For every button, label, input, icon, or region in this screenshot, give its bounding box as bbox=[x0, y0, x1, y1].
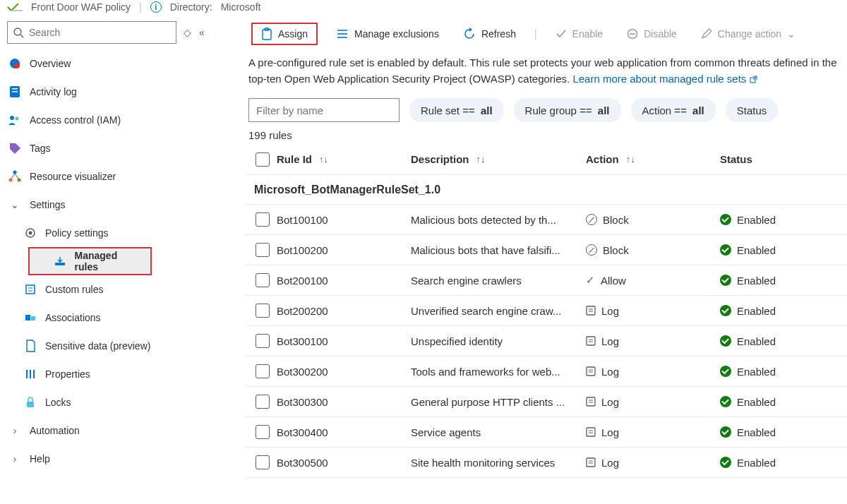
cell-description: Tools and frameworks for web... bbox=[411, 366, 586, 378]
row-checkbox[interactable] bbox=[256, 304, 270, 318]
lock-icon bbox=[24, 397, 37, 408]
column-label: Status bbox=[720, 153, 752, 165]
rule-group-header[interactable]: Microsoft_BotManagerRuleSet_1.0 bbox=[246, 175, 847, 205]
info-icon[interactable]: i bbox=[150, 1, 162, 13]
cell-rule-id: Bot200100 bbox=[277, 275, 411, 287]
column-status[interactable]: Status bbox=[720, 153, 844, 165]
rules-count: 199 rules bbox=[246, 125, 847, 144]
row-checkbox[interactable] bbox=[256, 334, 270, 348]
cell-action: Log bbox=[586, 335, 720, 347]
svg-point-9 bbox=[16, 117, 19, 121]
gear-icon bbox=[24, 227, 37, 239]
sidebar-item-tags[interactable]: Tags bbox=[0, 134, 240, 162]
enabled-icon bbox=[720, 457, 731, 468]
row-checkbox[interactable] bbox=[256, 273, 270, 287]
row-checkbox[interactable] bbox=[256, 364, 270, 378]
table-row[interactable]: Bot300500Site health monitoring services… bbox=[246, 448, 847, 478]
table-row[interactable]: Bot200200Unverified search engine craw..… bbox=[246, 296, 847, 326]
row-checkbox[interactable] bbox=[256, 455, 270, 469]
table-row[interactable]: Bot300400Service agentsLogEnabled bbox=[246, 417, 847, 448]
svg-line-2 bbox=[20, 35, 23, 37]
svg-rect-38 bbox=[587, 337, 595, 345]
column-rule-id[interactable]: Rule Id↑↓ bbox=[277, 153, 411, 165]
managed-rules-icon bbox=[54, 256, 66, 267]
filter-status[interactable]: Status bbox=[726, 98, 779, 122]
column-label: Description bbox=[411, 153, 469, 165]
sidebar-item-properties[interactable]: Properties bbox=[0, 360, 240, 388]
sidebar-group-help[interactable]: › Help bbox=[0, 445, 240, 473]
filter-rule-set[interactable]: Rule set == all bbox=[409, 98, 504, 122]
cell-description: Malicious bots detected by th... bbox=[411, 214, 586, 226]
row-checkbox[interactable] bbox=[256, 425, 270, 439]
cell-rule-id: Bot200200 bbox=[277, 305, 411, 317]
external-link-icon bbox=[750, 76, 757, 83]
sidebar-item-custom-rules[interactable]: Custom rules bbox=[0, 275, 240, 304]
table-row[interactable]: Bot100200Malicious bots that have falsif… bbox=[246, 235, 847, 265]
sidebar-item-activity-log[interactable]: Activity log bbox=[0, 78, 240, 106]
row-checkbox[interactable] bbox=[256, 243, 270, 257]
resource-type-label: Front Door WAF policy bbox=[31, 1, 131, 13]
row-checkbox[interactable] bbox=[256, 395, 270, 409]
cell-status: Enabled bbox=[720, 426, 844, 438]
table-row[interactable]: Bot300300General purpose HTTP clients ..… bbox=[246, 387, 847, 417]
toolbar: Assign Manage exclusions Refresh | Enabl… bbox=[246, 17, 847, 52]
column-description[interactable]: Description↑↓ bbox=[411, 153, 586, 165]
svg-rect-17 bbox=[55, 263, 65, 265]
filter-by-name-input[interactable] bbox=[248, 98, 400, 122]
collapse-sidebar-icon[interactable]: « bbox=[199, 27, 205, 38]
pill-label: Rule set == bbox=[421, 104, 475, 116]
sidebar-item-policy-settings[interactable]: Policy settings bbox=[0, 219, 240, 247]
allow-icon: ✓ bbox=[586, 274, 595, 287]
check-icon bbox=[555, 29, 567, 39]
svg-line-13 bbox=[11, 174, 15, 179]
assign-button[interactable]: Assign bbox=[251, 23, 318, 45]
disable-button: Disable bbox=[621, 23, 683, 45]
sidebar-item-managed-rules[interactable]: Managed rules bbox=[28, 247, 152, 275]
cell-description: General purpose HTTP clients ... bbox=[411, 396, 586, 408]
expand-icon[interactable]: ◇ bbox=[184, 27, 192, 38]
svg-rect-27 bbox=[263, 30, 271, 40]
change-action-button: Change action ⌄ bbox=[695, 23, 801, 45]
sort-icon: ↑↓ bbox=[626, 154, 635, 164]
row-checkbox[interactable] bbox=[256, 212, 270, 227]
sidebar-item-overview[interactable]: Overview bbox=[0, 49, 240, 78]
cell-rule-id: Bot300500 bbox=[277, 457, 411, 469]
select-all-checkbox[interactable] bbox=[256, 152, 270, 167]
svg-rect-35 bbox=[587, 306, 595, 315]
filter-action[interactable]: Action == all bbox=[631, 98, 716, 122]
log-icon bbox=[586, 427, 596, 437]
sidebar-search[interactable] bbox=[7, 21, 176, 44]
cell-action: Block bbox=[586, 214, 720, 226]
table-row[interactable]: Bot300100Unspecified identityLogEnabled bbox=[246, 326, 847, 356]
search-input[interactable] bbox=[29, 27, 170, 38]
learn-more-link[interactable]: Learn more about managed rule sets bbox=[572, 73, 757, 85]
sidebar-item-locks[interactable]: Locks bbox=[0, 388, 240, 416]
table-row[interactable]: Bot300200Tools and frameworks for web...… bbox=[246, 356, 847, 387]
cell-description: Unverified search engine craw... bbox=[411, 305, 586, 317]
sidebar-item-visualizer[interactable]: Resource visualizer bbox=[0, 162, 240, 191]
filter-rule-group[interactable]: Rule group == all bbox=[514, 98, 621, 122]
assign-label: Assign bbox=[278, 28, 308, 40]
sidebar-item-label: Access control (IAM) bbox=[30, 114, 121, 126]
custom-rules-icon bbox=[24, 284, 37, 295]
enabled-icon bbox=[720, 244, 731, 256]
sidebar-item-iam[interactable]: Access control (IAM) bbox=[0, 106, 240, 134]
column-action[interactable]: Action↑↓ bbox=[586, 153, 720, 165]
sidebar-item-sensitive-data[interactable]: Sensitive data (preview) bbox=[0, 332, 240, 360]
sidebar-group-settings[interactable]: ⌄ Settings bbox=[0, 191, 240, 219]
cell-description: Service agents bbox=[411, 426, 586, 438]
table-row[interactable]: Bot200100Search engine crawlers✓AllowEna… bbox=[246, 265, 847, 296]
chevron-right-icon: › bbox=[8, 453, 21, 464]
enabled-icon bbox=[720, 214, 731, 225]
rule-rows: Bot100100Malicious bots detected by th..… bbox=[246, 205, 847, 478]
manage-exclusions-button[interactable]: Manage exclusions bbox=[330, 23, 445, 45]
table-row[interactable]: Bot100100Malicious bots detected by th..… bbox=[246, 205, 847, 235]
cell-action: Log bbox=[586, 426, 720, 438]
sidebar-group-automation[interactable]: › Automation bbox=[0, 416, 240, 445]
cell-action: Block bbox=[586, 244, 720, 256]
refresh-button[interactable]: Refresh bbox=[457, 23, 522, 45]
cell-action: Log bbox=[586, 457, 720, 469]
svg-rect-6 bbox=[12, 88, 18, 90]
sidebar-item-associations[interactable]: Associations bbox=[0, 304, 240, 332]
sidebar-item-label: Properties bbox=[45, 368, 90, 380]
